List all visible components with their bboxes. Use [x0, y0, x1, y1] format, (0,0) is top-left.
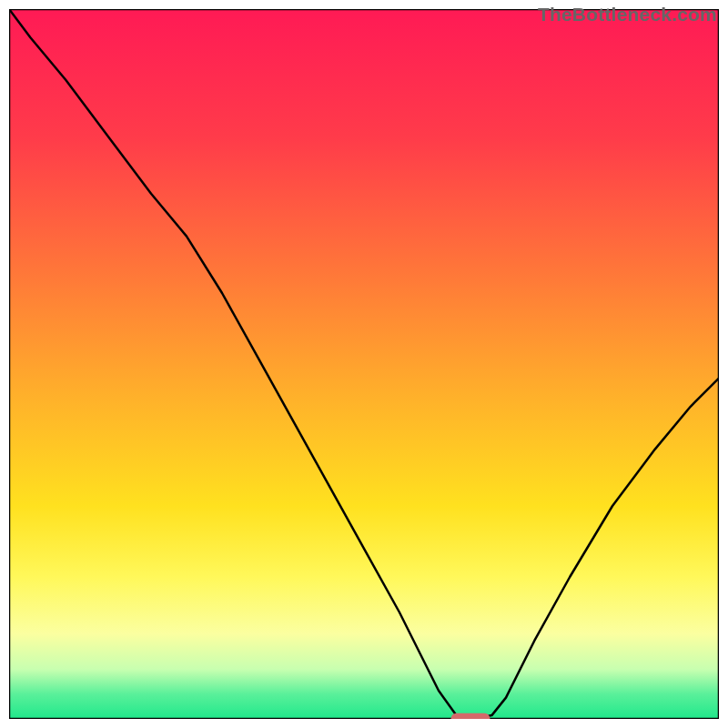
bottleneck-chart: [9, 9, 719, 719]
chart-container: TheBottleneck.com: [0, 0, 728, 728]
watermark-label: TheBottleneck.com: [538, 4, 717, 25]
minimum-marker: [451, 713, 490, 719]
plot-background: [9, 9, 719, 719]
